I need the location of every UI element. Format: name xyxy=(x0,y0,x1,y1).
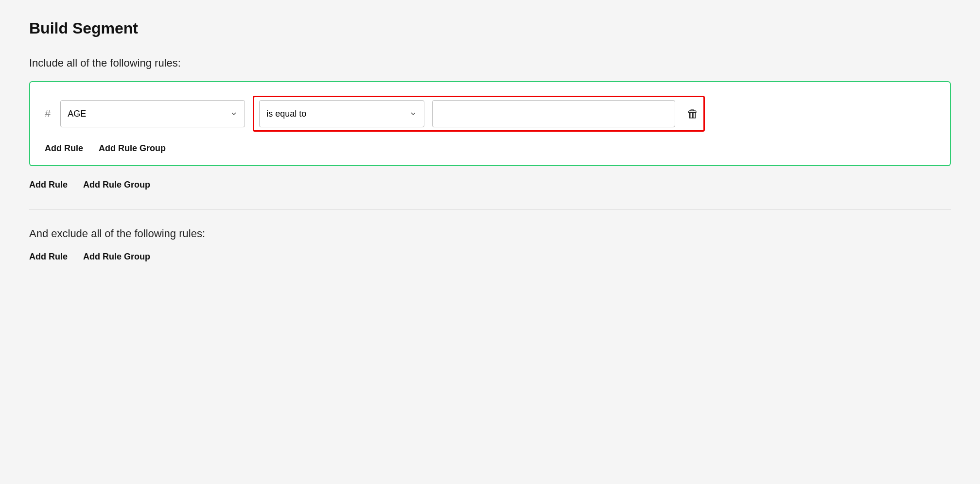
include-section-label: Include all of the following rules: xyxy=(29,57,951,69)
add-rule-inner-button[interactable]: Add Rule xyxy=(45,143,83,154)
rule-group-box: # AGE GENDER LOCATION INCOME is equal to… xyxy=(29,81,951,166)
rule-row: # AGE GENDER LOCATION INCOME is equal to… xyxy=(45,96,935,132)
exclude-section: And exclude all of the following rules: … xyxy=(29,227,951,262)
exclude-action-links: Add Rule Add Rule Group xyxy=(29,252,951,262)
delete-rule-icon[interactable]: 🗑 xyxy=(687,107,699,121)
exclude-section-label: And exclude all of the following rules: xyxy=(29,227,951,240)
rule-condition-value-group: is equal to is not equal to is greater t… xyxy=(253,96,705,132)
page-title: Build Segment xyxy=(29,19,951,37)
hash-icon: # xyxy=(45,107,51,120)
age-field-select[interactable]: AGE GENDER LOCATION INCOME xyxy=(60,100,245,127)
add-rule-group-outer-button[interactable]: Add Rule Group xyxy=(83,180,150,190)
outer-action-links: Add Rule Add Rule Group xyxy=(29,180,951,190)
include-section: Include all of the following rules: # AG… xyxy=(29,57,951,190)
section-divider xyxy=(29,209,951,210)
condition-select[interactable]: is equal to is not equal to is greater t… xyxy=(259,100,424,127)
add-rule-group-exclude-button[interactable]: Add Rule Group xyxy=(83,252,150,262)
add-rule-outer-button[interactable]: Add Rule xyxy=(29,180,68,190)
add-rule-exclude-button[interactable]: Add Rule xyxy=(29,252,68,262)
inner-action-links: Add Rule Add Rule Group xyxy=(45,143,935,154)
rule-value-input[interactable] xyxy=(432,100,675,127)
add-rule-group-inner-button[interactable]: Add Rule Group xyxy=(99,143,166,154)
